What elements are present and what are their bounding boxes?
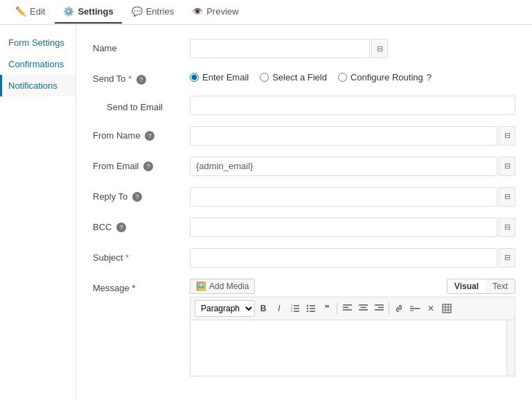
align-right-btn[interactable] — [371, 301, 387, 316]
toolbar-sep-2 — [389, 302, 389, 315]
from-name-input[interactable] — [190, 126, 497, 146]
svg-rect-24 — [443, 304, 451, 313]
reply-to-picker-btn[interactable]: ⊟ — [499, 187, 515, 207]
from-name-label: From Name ? — [93, 126, 190, 141]
svg-point-8 — [307, 307, 308, 308]
subject-required: * — [125, 252, 129, 263]
bcc-input[interactable] — [190, 218, 497, 237]
svg-point-10 — [307, 310, 308, 311]
svg-point-6 — [307, 304, 308, 306]
send-to-control: Enter Email Select a Field Configure Rou… — [190, 69, 515, 82]
reply-to-row: Reply To ? ⊟ — [93, 187, 515, 207]
message-row: Message * 🖼️ Add Media Visual Text — [93, 279, 515, 376]
subject-input[interactable] — [190, 248, 497, 268]
send-to-required-icon: * — [128, 73, 132, 84]
reply-to-label: Reply To ? — [93, 187, 190, 202]
tab-settings[interactable]: ⚙️ Settings — [55, 1, 121, 24]
toolbar-sep-1 — [337, 302, 337, 315]
unordered-list-btn[interactable] — [303, 301, 319, 316]
from-email-input[interactable] — [190, 157, 497, 176]
from-email-row: From Email ? ⊟ — [93, 157, 515, 176]
send-to-help-icon[interactable]: ? — [136, 75, 146, 85]
sidebar-item-confirmations[interactable]: Confirmations — [0, 53, 76, 75]
visual-text-tab-group: Visual Text — [447, 279, 515, 294]
blockquote-btn[interactable]: " — [319, 301, 335, 316]
reply-to-help-icon[interactable]: ? — [132, 192, 142, 202]
send-to-row: Send To * ? Enter Email Select a Field — [93, 69, 515, 85]
bcc-help-icon[interactable]: ? — [116, 223, 126, 232]
add-media-button[interactable]: 🖼️ Add Media — [190, 279, 255, 294]
name-input[interactable] — [190, 39, 370, 58]
from-email-help-icon[interactable]: ? — [143, 162, 153, 171]
media-bar: 🖼️ Add Media Visual Text — [190, 279, 515, 294]
send-to-email-label: Send to Email — [93, 98, 190, 112]
settings-icon: ⚙️ — [63, 6, 74, 17]
table-btn[interactable] — [439, 301, 454, 316]
tab-entries[interactable]: 💬 Entries — [123, 1, 182, 24]
paragraph-select[interactable]: Paragraph — [195, 300, 255, 317]
message-label: Message * — [93, 279, 190, 293]
visual-tab[interactable]: Visual — [447, 279, 486, 293]
send-to-label: Send To * ? — [93, 69, 190, 85]
sidebar-item-notifications[interactable]: Notifications — [0, 75, 76, 96]
from-name-control: ⊟ — [190, 126, 515, 146]
radio-configure-routing[interactable]: Configure Routing ? — [338, 72, 432, 82]
send-to-email-input[interactable] — [190, 96, 515, 115]
from-name-row: From Name ? ⊟ — [93, 126, 515, 146]
edit-icon: ✏️ — [15, 6, 26, 17]
name-label: Name — [93, 39, 190, 53]
name-control: ⊟ — [190, 39, 515, 58]
svg-text:3: 3 — [291, 309, 293, 313]
reply-to-input[interactable] — [190, 187, 497, 207]
subject-row: Subject * ⊟ — [93, 248, 515, 268]
italic-btn[interactable]: I — [272, 301, 287, 316]
remove-format-btn[interactable]: ✕ — [423, 301, 438, 316]
radio-select-field[interactable]: Select a Field — [260, 72, 327, 82]
routing-help-icon[interactable]: ? — [427, 72, 432, 82]
radio-enter-email[interactable]: Enter Email — [190, 72, 249, 82]
bcc-control: ⊟ — [190, 218, 515, 237]
tab-preview[interactable]: 👁️ Preview — [184, 1, 247, 24]
from-email-label: From Email ? — [93, 157, 190, 172]
link-btn[interactable] — [391, 301, 407, 316]
bold-btn[interactable]: B — [256, 301, 271, 316]
send-to-email-control — [190, 96, 515, 115]
ordered-list-btn[interactable]: 123 — [287, 301, 303, 316]
bcc-picker-btn[interactable]: ⊟ — [499, 218, 515, 237]
entries-icon: 💬 — [132, 6, 143, 17]
content-area: Name ⊟ Send To * ? Enter Email — [76, 25, 532, 400]
editor-scrollbar[interactable] — [506, 320, 515, 376]
from-name-help-icon[interactable]: ? — [145, 131, 154, 141]
message-control: 🖼️ Add Media Visual Text Paragraph B I — [190, 279, 515, 376]
add-media-icon: 🖼️ — [196, 281, 206, 291]
name-row: Name ⊟ — [93, 39, 515, 58]
editor-area — [190, 320, 515, 376]
tab-edit[interactable]: ✏️ Edit — [7, 1, 53, 24]
hr-btn[interactable] — [407, 301, 423, 316]
bcc-label: BCC ? — [93, 218, 190, 233]
subject-label: Subject * — [93, 248, 190, 263]
send-to-email-row: Send to Email — [93, 96, 515, 115]
reply-to-control: ⊟ — [190, 187, 515, 207]
align-left-btn[interactable] — [339, 301, 355, 316]
subject-control: ⊟ — [190, 248, 515, 268]
radio-group: Enter Email Select a Field Configure Rou… — [190, 69, 515, 82]
main-layout: Form Settings Confirmations Notification… — [0, 25, 532, 400]
name-picker-btn[interactable]: ⊟ — [371, 39, 388, 58]
subject-picker-btn[interactable]: ⊟ — [499, 248, 515, 268]
align-center-btn[interactable] — [355, 301, 371, 316]
preview-icon: 👁️ — [192, 6, 203, 17]
top-bar: ✏️ Edit ⚙️ Settings 💬 Entries 👁️ Preview — [0, 0, 532, 25]
from-email-picker-btn[interactable]: ⊟ — [499, 157, 515, 176]
from-name-picker-btn[interactable]: ⊟ — [499, 126, 515, 146]
bcc-row: BCC ? ⊟ — [93, 218, 515, 237]
from-email-control: ⊟ — [190, 157, 515, 176]
sidebar: Form Settings Confirmations Notification… — [0, 25, 76, 400]
sidebar-item-form-settings[interactable]: Form Settings — [0, 32, 76, 53]
text-tab[interactable]: Text — [486, 279, 515, 293]
editor-toolbar: Paragraph B I 123 " — [190, 297, 515, 320]
message-required: * — [132, 283, 135, 293]
editor-content[interactable] — [190, 320, 515, 376]
